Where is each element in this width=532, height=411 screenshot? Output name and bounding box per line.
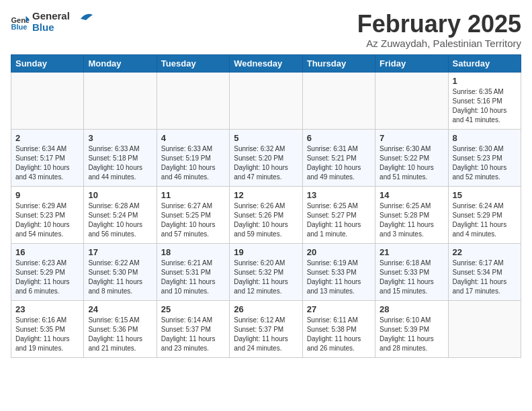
calendar-cell: [11, 72, 84, 129]
calendar-cell: 13Sunrise: 6:25 AM Sunset: 5:27 PM Dayli…: [302, 186, 375, 243]
calendar-cell: 19Sunrise: 6:20 AM Sunset: 5:32 PM Dayli…: [230, 243, 302, 300]
day-number: 2: [15, 133, 79, 143]
day-header-tuesday: Tuesday: [157, 54, 229, 72]
calendar-cell: 14Sunrise: 6:25 AM Sunset: 5:28 PM Dayli…: [375, 186, 448, 243]
day-info: Sunrise: 6:22 AM Sunset: 5:30 PM Dayligh…: [88, 259, 152, 296]
calendar-cell: 10Sunrise: 6:28 AM Sunset: 5:24 PM Dayli…: [84, 186, 157, 243]
day-number: 25: [161, 304, 225, 314]
calendar-cell: 17Sunrise: 6:22 AM Sunset: 5:30 PM Dayli…: [84, 243, 157, 300]
title-block: February 2025 Az Zuwaydah, Palestinian T…: [357, 11, 521, 49]
day-number: 28: [380, 304, 443, 314]
day-number: 15: [453, 190, 517, 200]
day-number: 12: [234, 190, 298, 200]
day-info: Sunrise: 6:31 AM Sunset: 5:21 PM Dayligh…: [307, 144, 371, 182]
day-info: Sunrise: 6:14 AM Sunset: 5:37 PM Dayligh…: [161, 316, 225, 353]
day-number: 19: [234, 247, 298, 257]
day-number: 9: [15, 190, 79, 200]
day-number: 1: [453, 76, 517, 86]
calendar-cell: [448, 300, 521, 357]
calendar-cell: 9Sunrise: 6:29 AM Sunset: 5:23 PM Daylig…: [11, 186, 84, 243]
day-info: Sunrise: 6:35 AM Sunset: 5:16 PM Dayligh…: [453, 87, 517, 125]
calendar-cell: 23Sunrise: 6:16 AM Sunset: 5:35 PM Dayli…: [11, 300, 84, 357]
day-info: Sunrise: 6:33 AM Sunset: 5:19 PM Dayligh…: [161, 144, 225, 182]
day-number: 23: [15, 304, 79, 314]
calendar-cell: [375, 72, 448, 129]
calendar-cell: 5Sunrise: 6:32 AM Sunset: 5:20 PM Daylig…: [230, 129, 302, 186]
day-info: Sunrise: 6:16 AM Sunset: 5:35 PM Dayligh…: [15, 316, 79, 353]
day-info: Sunrise: 6:28 AM Sunset: 5:24 PM Dayligh…: [88, 201, 152, 239]
day-number: 27: [307, 304, 371, 314]
svg-text:Blue: Blue: [11, 23, 27, 30]
day-number: 13: [307, 190, 371, 200]
day-info: Sunrise: 6:21 AM Sunset: 5:31 PM Dayligh…: [161, 259, 225, 296]
page-container: General Blue General Blue February 2025 …: [11, 11, 521, 358]
day-info: Sunrise: 6:30 AM Sunset: 5:22 PM Dayligh…: [380, 144, 443, 182]
day-info: Sunrise: 6:19 AM Sunset: 5:33 PM Dayligh…: [307, 259, 371, 296]
main-title: February 2025: [357, 11, 521, 38]
calendar-cell: 11Sunrise: 6:27 AM Sunset: 5:25 PM Dayli…: [157, 186, 229, 243]
calendar-cell: [157, 72, 229, 129]
day-info: Sunrise: 6:25 AM Sunset: 5:27 PM Dayligh…: [307, 201, 371, 239]
calendar-cell: 24Sunrise: 6:15 AM Sunset: 5:36 PM Dayli…: [84, 300, 157, 357]
day-header-wednesday: Wednesday: [230, 54, 302, 72]
day-info: Sunrise: 6:32 AM Sunset: 5:20 PM Dayligh…: [234, 144, 298, 182]
calendar-week-row: 16Sunrise: 6:23 AM Sunset: 5:29 PM Dayli…: [11, 243, 521, 300]
calendar-week-row: 23Sunrise: 6:16 AM Sunset: 5:35 PM Dayli…: [11, 300, 521, 357]
calendar-week-row: 1Sunrise: 6:35 AM Sunset: 5:16 PM Daylig…: [11, 72, 521, 129]
day-info: Sunrise: 6:20 AM Sunset: 5:32 PM Dayligh…: [234, 259, 298, 296]
calendar-table: SundayMondayTuesdayWednesdayThursdayFrid…: [11, 54, 521, 358]
day-number: 7: [380, 133, 443, 143]
day-info: Sunrise: 6:30 AM Sunset: 5:23 PM Dayligh…: [453, 144, 517, 182]
subtitle: Az Zuwaydah, Palestinian Territory: [357, 38, 521, 49]
calendar-cell: 7Sunrise: 6:30 AM Sunset: 5:22 PM Daylig…: [375, 129, 448, 186]
calendar-cell: 22Sunrise: 6:17 AM Sunset: 5:34 PM Dayli…: [448, 243, 521, 300]
day-info: Sunrise: 6:23 AM Sunset: 5:29 PM Dayligh…: [15, 259, 79, 296]
day-info: Sunrise: 6:18 AM Sunset: 5:33 PM Dayligh…: [380, 259, 443, 296]
calendar-header-row: SundayMondayTuesdayWednesdayThursdayFrid…: [11, 54, 521, 72]
day-number: 20: [307, 247, 371, 257]
day-number: 11: [161, 190, 225, 200]
logo-icon: General Blue: [11, 15, 30, 30]
day-number: 21: [380, 247, 443, 257]
day-header-saturday: Saturday: [448, 54, 521, 72]
calendar-cell: 6Sunrise: 6:31 AM Sunset: 5:21 PM Daylig…: [302, 129, 375, 186]
calendar-cell: 8Sunrise: 6:30 AM Sunset: 5:23 PM Daylig…: [448, 129, 521, 186]
day-number: 18: [161, 247, 225, 257]
calendar-cell: 15Sunrise: 6:24 AM Sunset: 5:29 PM Dayli…: [448, 186, 521, 243]
day-number: 14: [380, 190, 443, 200]
day-number: 5: [234, 133, 298, 143]
calendar-cell: 12Sunrise: 6:26 AM Sunset: 5:26 PM Dayli…: [230, 186, 302, 243]
day-info: Sunrise: 6:24 AM Sunset: 5:29 PM Dayligh…: [453, 201, 517, 239]
day-number: 26: [234, 304, 298, 314]
day-info: Sunrise: 6:11 AM Sunset: 5:38 PM Dayligh…: [307, 316, 371, 353]
calendar-cell: [84, 72, 157, 129]
calendar-cell: [302, 72, 375, 129]
day-header-sunday: Sunday: [11, 54, 84, 72]
calendar-cell: 4Sunrise: 6:33 AM Sunset: 5:19 PM Daylig…: [157, 129, 229, 186]
logo: General Blue General Blue: [11, 11, 94, 33]
day-number: 16: [15, 247, 79, 257]
calendar-week-row: 2Sunrise: 6:34 AM Sunset: 5:17 PM Daylig…: [11, 129, 521, 186]
day-number: 4: [161, 133, 225, 143]
day-number: 17: [88, 247, 152, 257]
day-number: 22: [453, 247, 517, 257]
day-info: Sunrise: 6:15 AM Sunset: 5:36 PM Dayligh…: [88, 316, 152, 353]
day-number: 3: [88, 133, 152, 143]
day-info: Sunrise: 6:17 AM Sunset: 5:34 PM Dayligh…: [453, 259, 517, 296]
calendar-cell: 16Sunrise: 6:23 AM Sunset: 5:29 PM Dayli…: [11, 243, 84, 300]
day-info: Sunrise: 6:29 AM Sunset: 5:23 PM Dayligh…: [15, 201, 79, 239]
calendar-cell: 27Sunrise: 6:11 AM Sunset: 5:38 PM Dayli…: [302, 300, 375, 357]
day-info: Sunrise: 6:25 AM Sunset: 5:28 PM Dayligh…: [380, 201, 443, 239]
day-header-monday: Monday: [84, 54, 157, 72]
calendar-cell: 3Sunrise: 6:33 AM Sunset: 5:18 PM Daylig…: [84, 129, 157, 186]
day-number: 6: [307, 133, 371, 143]
day-info: Sunrise: 6:34 AM Sunset: 5:17 PM Dayligh…: [15, 144, 79, 182]
calendar-cell: 28Sunrise: 6:10 AM Sunset: 5:39 PM Dayli…: [375, 300, 448, 357]
calendar-cell: [230, 72, 302, 129]
calendar-cell: 26Sunrise: 6:12 AM Sunset: 5:37 PM Dayli…: [230, 300, 302, 357]
day-info: Sunrise: 6:26 AM Sunset: 5:26 PM Dayligh…: [234, 201, 298, 239]
day-info: Sunrise: 6:33 AM Sunset: 5:18 PM Dayligh…: [88, 144, 152, 182]
day-info: Sunrise: 6:12 AM Sunset: 5:37 PM Dayligh…: [234, 316, 298, 353]
calendar-week-row: 9Sunrise: 6:29 AM Sunset: 5:23 PM Daylig…: [11, 186, 521, 243]
day-number: 24: [88, 304, 152, 314]
